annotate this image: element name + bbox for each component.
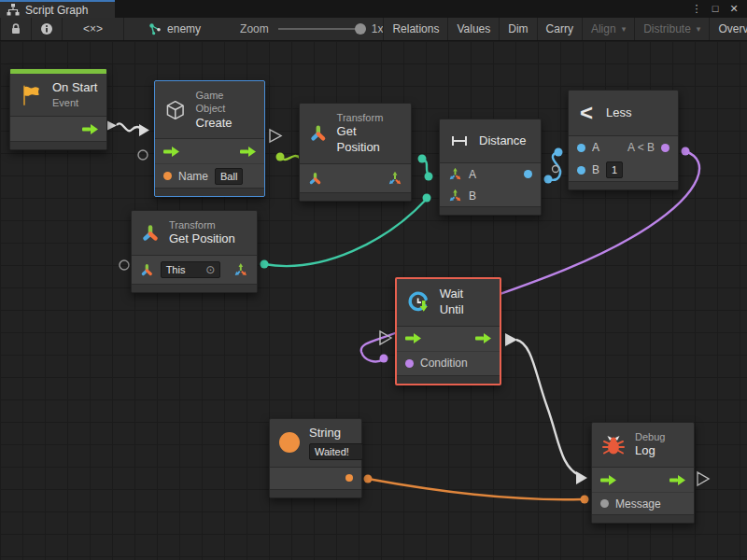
string-value-field[interactable]: Waited! — [309, 443, 363, 460]
message-input-port[interactable] — [600, 499, 609, 508]
node-title: Get Position — [337, 124, 402, 156]
graph-breadcrumb[interactable]: enemy — [143, 18, 206, 40]
node-get-position-top[interactable]: Transform Get Position — [299, 103, 412, 202]
less-icon: < — [580, 102, 593, 124]
window-close-button[interactable]: ✕ — [726, 1, 741, 17]
inspector-button[interactable] — [32, 18, 63, 40]
flow-out-port[interactable] — [475, 333, 491, 343]
less-input-b-port[interactable] — [577, 166, 585, 175]
relations-button[interactable]: Relations — [383, 18, 448, 40]
align-dropdown[interactable]: Align ▾ — [583, 18, 635, 40]
carry-button[interactable]: Carry — [538, 18, 583, 40]
lock-icon — [9, 22, 22, 35]
node-title: On Start — [52, 80, 97, 96]
zoom-control: Zoom 1x — [240, 18, 383, 40]
less-input-a-port[interactable] — [577, 144, 585, 152]
node-footer — [592, 514, 694, 523]
overview-button[interactable]: Overview — [710, 18, 747, 40]
node-title: Create — [196, 116, 255, 132]
transform-input-port[interactable] — [308, 172, 322, 186]
title-bar: Script Graph ⋮ □ ✕ — [0, 0, 747, 18]
node-create-gameobject[interactable]: Game Object Create Name Ball — [154, 80, 265, 197]
bug-icon — [601, 433, 626, 457]
node-category: Debug — [635, 430, 665, 443]
less-output-port[interactable] — [661, 144, 669, 152]
condition-input-port[interactable] — [405, 359, 414, 368]
node-less[interactable]: < Less A A < B B 1 — [568, 90, 679, 190]
node-title: String — [309, 426, 363, 441]
node-footer — [440, 206, 541, 215]
node-title: Wait Until — [440, 287, 490, 318]
port-label: Message — [615, 497, 661, 511]
dim-button[interactable]: Dim — [500, 18, 537, 40]
name-value-field[interactable]: Ball — [215, 168, 243, 185]
transform-icon — [141, 224, 160, 243]
name-input-port[interactable] — [163, 172, 172, 180]
node-on-start-event[interactable]: On Start Event — [9, 68, 107, 150]
zoom-slider-handle[interactable] — [355, 23, 366, 35]
node-footer — [300, 192, 411, 201]
node-footer — [155, 188, 264, 196]
lock-button[interactable] — [0, 18, 32, 40]
flow-in-port[interactable] — [600, 475, 616, 485]
node-debug-log[interactable]: Debug Log Message — [591, 422, 695, 524]
vector3-output-port[interactable] — [388, 171, 402, 186]
transform-icon — [309, 124, 328, 143]
port-label: B — [469, 189, 476, 203]
string-icon — [279, 432, 300, 453]
code-view-icon: <×> — [83, 22, 103, 35]
port-label: Name — [178, 170, 208, 183]
flow-out-port[interactable] — [669, 475, 685, 485]
zoom-value: 1x — [372, 22, 384, 35]
values-button[interactable]: Values — [448, 18, 500, 40]
distance-icon — [449, 131, 470, 151]
flow-in-port[interactable] — [163, 147, 179, 157]
node-category: Game Object — [196, 89, 255, 116]
window-tab[interactable]: Script Graph — [0, 0, 115, 18]
script-graph-icon — [7, 4, 20, 16]
object-picker-icon[interactable]: ⊙ — [200, 263, 215, 276]
port-label: A — [469, 168, 476, 181]
b-value-field[interactable]: 1 — [606, 161, 623, 178]
transform-input-port[interactable] — [140, 263, 154, 277]
flow-out-port[interactable] — [82, 124, 98, 134]
flow-in-port[interactable] — [405, 333, 421, 343]
graph-icon — [148, 22, 162, 36]
distance-output-port[interactable] — [524, 170, 532, 178]
flow-out-port[interactable] — [240, 147, 256, 157]
script-graph-window: Script Graph ⋮ □ ✕ <×> — [0, 0, 747, 560]
string-output-port[interactable] — [345, 474, 353, 482]
chevron-down-icon: ▾ — [622, 24, 627, 34]
flag-icon — [19, 83, 43, 107]
vector3-input-port[interactable] — [448, 167, 462, 181]
node-footer — [397, 375, 500, 384]
node-wait-until[interactable]: Wait Until Condition — [395, 277, 501, 385]
port-label: A — [592, 141, 599, 154]
port-label: Condition — [420, 357, 468, 370]
node-title: Log — [635, 443, 665, 459]
chevron-down-icon: ▾ — [697, 24, 701, 34]
node-title: Less — [606, 105, 631, 121]
node-footer — [132, 284, 257, 292]
code-view-button[interactable]: <×> — [63, 18, 124, 40]
node-string-literal[interactable]: String Waited! — [269, 418, 362, 498]
node-category: Transform — [337, 111, 402, 124]
window-maximize-button[interactable]: □ — [708, 1, 723, 17]
node-title: Get Position — [169, 231, 235, 247]
node-subtitle: Event — [52, 96, 97, 109]
info-icon — [40, 22, 53, 35]
node-distance[interactable]: Distance A B — [439, 119, 542, 216]
node-title: Distance — [479, 133, 527, 149]
target-value-field[interactable]: This ⊙ — [161, 261, 221, 278]
graph-toolbar: <×> enemy Zoom 1x Relations Values Dim C… — [0, 18, 747, 41]
zoom-slider-track[interactable] — [278, 28, 360, 30]
vector3-output-port[interactable] — [233, 262, 248, 277]
distribute-dropdown[interactable]: Distribute ▾ — [635, 18, 710, 40]
tab-title: Script Graph — [25, 4, 88, 17]
node-footer — [569, 181, 678, 189]
vector3-input-port[interactable] — [448, 189, 462, 203]
wait-icon — [406, 290, 430, 315]
graph-name: enemy — [167, 22, 201, 35]
node-get-position-left[interactable]: Transform Get Position This ⊙ — [131, 210, 258, 293]
window-menu-button[interactable]: ⋮ — [689, 1, 704, 17]
